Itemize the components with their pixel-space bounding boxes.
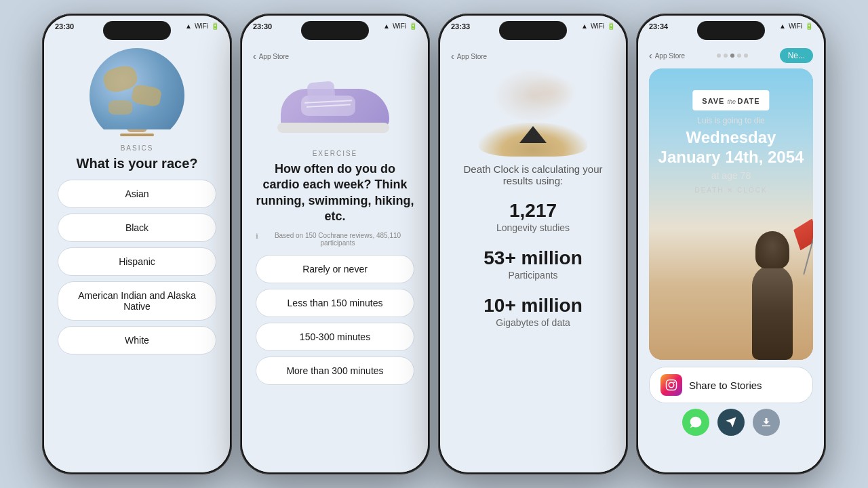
exercise-option-rarely[interactable]: Rarely or never	[256, 255, 414, 283]
phone2-dynamic-island	[301, 21, 369, 40]
phone4-top-bar: ‹ App Store Ne...	[638, 48, 824, 68]
the-text: the	[728, 98, 738, 105]
phone4-time: 23:34	[649, 22, 668, 30]
phone3-status-icons: ▲ WiFi 🔋	[581, 22, 615, 30]
phone3-time: 23:33	[451, 22, 470, 30]
phone3-status-bar: 23:33 ▲ WiFi 🔋	[440, 16, 626, 48]
save-text: SAVE	[702, 97, 727, 105]
stat-2-label: Gigabytes of data	[496, 317, 570, 328]
phone2-exercise-content: EXERCISE How often do you do cardio each…	[242, 142, 428, 472]
phone4-status-bar: 23:34 ▲ WiFi 🔋	[638, 16, 824, 48]
pagination-dots	[717, 54, 748, 58]
dot-1	[717, 54, 721, 58]
phone1-time: 23:30	[55, 22, 74, 30]
dot-2	[724, 54, 728, 58]
share-actions-area: Share to Stories	[638, 360, 824, 443]
race-option-asian[interactable]: Asian	[58, 180, 216, 208]
death-date-card: SAVE the DATE Luis is going to die Wedne…	[649, 68, 813, 360]
phone3-dynamic-island	[499, 21, 567, 40]
phone1-question-section: BASICS What is your race?	[44, 139, 230, 180]
phone1-dynamic-island	[103, 21, 171, 40]
phone2-status-bar: 23:30 ▲ WiFi 🔋	[242, 16, 428, 48]
svg-rect-0	[667, 380, 677, 390]
card-subtitle: Luis is going to die	[649, 116, 813, 125]
instagram-icon	[660, 374, 682, 396]
phone3-app-store-label: App Store	[457, 53, 487, 60]
card-age: at age 78	[649, 170, 813, 181]
dot-4	[737, 54, 741, 58]
dot-5	[744, 54, 748, 58]
phone2-back-chevron: ‹	[253, 51, 256, 62]
svg-point-1	[669, 382, 674, 388]
card-logo: DEATH ✕ CLOCK	[649, 186, 813, 194]
svg-point-2	[673, 382, 675, 383]
other-share-buttons	[649, 409, 813, 436]
phone3-calc-text: Death Clock is calculating your results …	[460, 163, 606, 186]
phone3-app-store-bar: ‹ App Store	[440, 48, 626, 62]
phone2-info-text: Based on 150 Cochrane reviews, 485,110 p…	[261, 232, 414, 247]
race-option-black[interactable]: Black	[58, 214, 216, 242]
phone2-status-icons: ▲ WiFi 🔋	[383, 22, 417, 30]
share-stories-label: Share to Stories	[689, 380, 762, 391]
phone2-time: 23:30	[253, 22, 272, 30]
phone4-app-store-bar: ‹ App Store	[649, 50, 685, 61]
phone1-question: What is your race?	[58, 156, 216, 171]
send-share-button[interactable]	[717, 409, 745, 436]
phone4-app-store-label: App Store	[655, 52, 685, 60]
info-icon: ℹ	[256, 232, 258, 240]
phone4-status-icons: ▲ WiFi 🔋	[779, 22, 813, 30]
phone2-info-note: ℹ Based on 150 Cochrane reviews, 485,110…	[256, 232, 414, 247]
card-body: Luis is going to die Wednesday January 1…	[649, 116, 813, 194]
phone-3: 23:33 ▲ WiFi 🔋 ‹ App Store	[438, 14, 628, 474]
card-date: Wednesday January 14th, 2054	[649, 128, 813, 167]
messages-share-button[interactable]	[682, 409, 709, 436]
download-share-button[interactable]	[753, 409, 780, 436]
phone2-section-label: EXERCISE	[256, 150, 414, 157]
share-to-stories-button[interactable]: Share to Stories	[649, 367, 813, 403]
phone1-section-label: BASICS	[58, 144, 216, 152]
exercise-option-more300[interactable]: More than 300 minutes	[256, 357, 414, 385]
phone3-back-chevron: ‹	[451, 51, 454, 62]
phone2-question: How often do you do cardio each week? Th…	[256, 161, 414, 225]
race-option-white[interactable]: White	[58, 326, 216, 354]
phone3-stat-0: 1,217 Longevity studies	[460, 200, 606, 234]
race-option-hispanic[interactable]: Hispanic	[58, 247, 216, 276]
phone2-app-store-bar: ‹ App Store	[242, 48, 428, 62]
phone4-back-chevron: ‹	[649, 50, 652, 61]
dot-3	[730, 54, 734, 58]
phone3-stat-1: 53+ million Participants	[460, 247, 606, 281]
phone-2: 23:30 ▲ WiFi 🔋 ‹ App Store	[240, 14, 430, 474]
race-option-american-indian[interactable]: American Indian and Alaska Native	[58, 281, 216, 321]
phone1-options: Asian Black Hispanic American Indian and…	[44, 180, 230, 472]
phone-1: 23:30 ▲ WiFi 🔋	[42, 14, 232, 474]
stat-1-number: 53+ million	[460, 247, 606, 269]
date-text: DATE	[738, 97, 760, 105]
exercise-option-150-300[interactable]: 150-300 minutes	[256, 323, 414, 351]
stat-2-number: 10+ million	[460, 295, 606, 317]
phone3-calc-text-area: Death Clock is calculating your results …	[440, 163, 626, 342]
phone4-dynamic-island	[697, 21, 765, 40]
next-button[interactable]: Ne...	[780, 48, 813, 63]
save-date-header: SAVE the DATE	[692, 90, 769, 110]
phone1-status-icons: ▲ WiFi 🔋	[185, 22, 219, 30]
phone2-app-store-label: App Store	[259, 53, 289, 60]
stat-0-number: 1,217	[460, 200, 606, 222]
phone3-stat-2: 10+ million Gigabytes of data	[460, 295, 606, 329]
phone-4: 23:34 ▲ WiFi 🔋 ‹ App Store	[636, 14, 826, 474]
stat-1-label: Participants	[508, 270, 557, 281]
stat-0-label: Longevity studies	[496, 222, 570, 233]
exercise-option-less150[interactable]: Less than 150 minutes	[256, 289, 414, 317]
phone1-status-bar: 23:30 ▲ WiFi 🔋	[44, 16, 230, 48]
